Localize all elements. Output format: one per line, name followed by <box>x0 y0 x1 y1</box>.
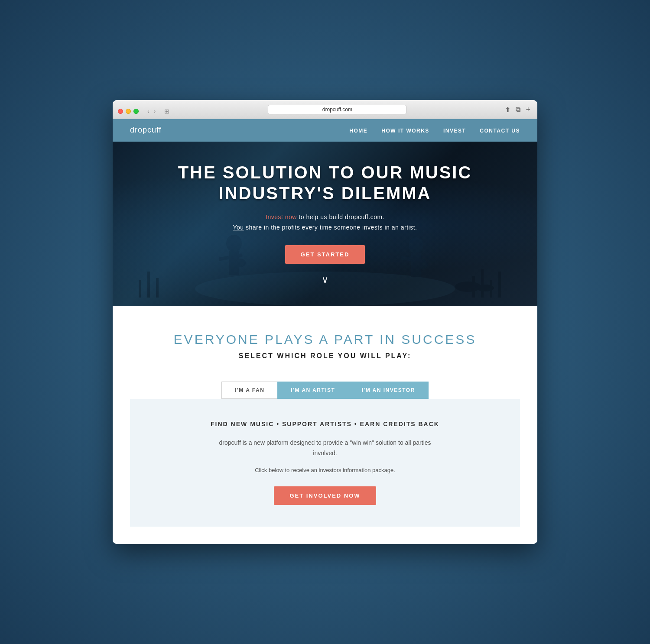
reader-button[interactable]: ⊞ <box>162 107 171 116</box>
bookmark-button[interactable]: ⧉ <box>514 105 522 114</box>
tab-investor[interactable]: I'M AN INVESTOR <box>348 382 428 399</box>
hero-title-line1: THE SOLUTION TO OUR MUSIC <box>178 163 472 182</box>
hero-subtitle: Invest now to help us build dropcuff.com… <box>178 212 472 233</box>
tab-content-panel: FIND NEW MUSIC • SUPPORT ARTISTS • EARN … <box>130 399 520 527</box>
hero-subtitle-rest: share in the profits every time someone … <box>244 224 417 231</box>
tab-tagline: FIND NEW MUSIC • SUPPORT ARTISTS • EARN … <box>182 421 468 427</box>
svg-point-21 <box>477 285 494 291</box>
forward-button[interactable]: › <box>152 107 158 115</box>
address-bar[interactable]: dropcuff.com <box>268 105 406 114</box>
hero-section: THE SOLUTION TO OUR MUSIC INDUSTRY'S DIL… <box>113 142 537 306</box>
nav-links: HOME HOW IT WORKS INVEST CONTACT US <box>349 126 520 134</box>
navbar: dropcuff HOME HOW IT WORKS INVEST CONTAC… <box>113 119 537 142</box>
nav-item-how-it-works[interactable]: HOW IT WORKS <box>381 126 429 134</box>
address-bar-container: dropcuff.com <box>175 105 500 118</box>
tab-cta-text: Click below to receive an investors info… <box>182 467 468 473</box>
hero-content: THE SOLUTION TO OUR MUSIC INDUSTRY'S DIL… <box>178 162 472 285</box>
nav-item-invest[interactable]: INVEST <box>443 126 466 134</box>
share-button[interactable]: ⬆ <box>503 105 512 115</box>
svg-rect-6 <box>490 280 492 298</box>
main-content: EVERYONE PLAYS A PART IN SUCCESS SELECT … <box>113 306 537 544</box>
svg-rect-2 <box>147 272 150 298</box>
hero-subtitle-you: You <box>233 224 244 231</box>
maximize-button[interactable] <box>133 109 139 114</box>
nav-link-invest[interactable]: INVEST <box>443 128 466 134</box>
svg-rect-7 <box>498 272 501 298</box>
browser-actions: ⬆ ⧉ + <box>503 104 532 115</box>
new-tab-button[interactable]: + <box>524 104 532 115</box>
svg-rect-4 <box>472 276 475 298</box>
nav-buttons: ‹ › <box>146 107 157 115</box>
website: dropcuff HOME HOW IT WORKS INVEST CONTAC… <box>113 119 537 544</box>
svg-rect-5 <box>481 269 484 298</box>
scroll-down-chevron[interactable]: ∨ <box>178 274 472 285</box>
browser-controls <box>118 109 139 114</box>
nav-link-home[interactable]: HOME <box>349 128 367 134</box>
browser-window: ‹ › ⊞ dropcuff.com ⬆ ⧉ + dropcuff HOME H… <box>113 100 537 544</box>
nav-item-home[interactable]: HOME <box>349 126 367 134</box>
nav-link-contact-us[interactable]: CONTACT US <box>480 128 520 134</box>
minimize-button[interactable] <box>126 109 131 114</box>
hero-title-line2: INDUSTRY'S DILEMMA <box>219 184 432 203</box>
section-title: EVERYONE PLAYS A PART IN SUCCESS <box>130 332 520 347</box>
section-subtitle: SELECT WHICH ROLE YOU WILL PLAY: <box>130 352 520 360</box>
svg-rect-1 <box>139 280 141 298</box>
hero-title: THE SOLUTION TO OUR MUSIC INDUSTRY'S DIL… <box>178 162 472 204</box>
role-tabs: I'M A FAN I'M AN ARTIST I'M AN INVESTOR <box>130 382 520 399</box>
brand-logo[interactable]: dropcuff <box>130 126 162 135</box>
hero-subtitle-text: to help us build dropcuff.com. <box>297 214 384 220</box>
svg-rect-3 <box>156 278 159 298</box>
tab-description: dropcuff is a new platform designed to p… <box>217 438 433 459</box>
close-button[interactable] <box>118 109 123 114</box>
nav-item-contact-us[interactable]: CONTACT US <box>480 126 520 134</box>
url-text: dropcuff.com <box>322 107 352 113</box>
get-involved-button[interactable]: GET INVOLVED NOW <box>274 486 376 505</box>
nav-link-how-it-works[interactable]: HOW IT WORKS <box>381 128 429 134</box>
tab-artist[interactable]: I'M AN ARTIST <box>277 382 348 399</box>
browser-chrome: ‹ › ⊞ dropcuff.com ⬆ ⧉ + <box>113 100 537 119</box>
back-button[interactable]: ‹ <box>146 107 151 115</box>
get-started-button[interactable]: GET STARTED <box>285 245 365 264</box>
invest-link: Invest now <box>266 214 297 220</box>
tab-fan[interactable]: I'M A FAN <box>221 382 277 399</box>
